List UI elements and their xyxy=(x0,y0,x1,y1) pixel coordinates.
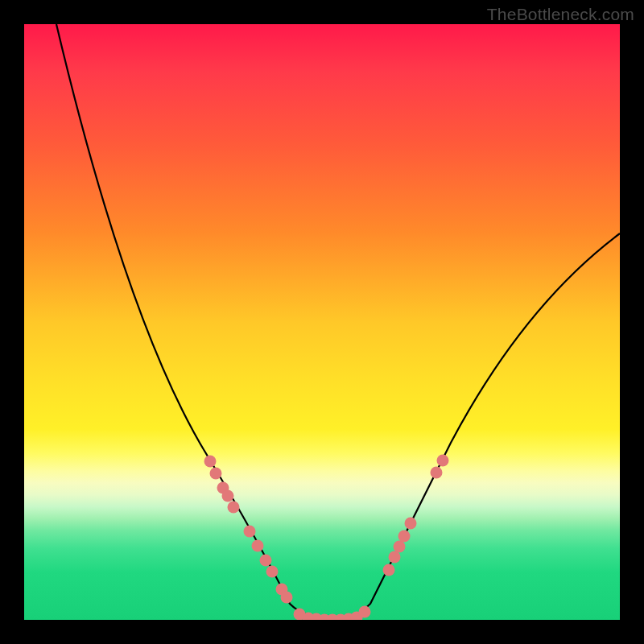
right-ascent-path xyxy=(338,233,620,620)
bottom-point-cluster xyxy=(294,606,371,621)
watermark-text: TheBottleneck.com xyxy=(487,5,634,24)
data-point xyxy=(260,555,272,567)
left-descent-path xyxy=(56,24,338,620)
data-point xyxy=(210,468,222,480)
data-point xyxy=(394,541,406,553)
data-point xyxy=(383,564,395,576)
data-point xyxy=(244,526,256,538)
data-point xyxy=(252,540,264,552)
data-point xyxy=(222,490,234,502)
chart-frame xyxy=(24,24,620,620)
data-point xyxy=(437,455,449,467)
data-point xyxy=(204,456,217,468)
data-point xyxy=(281,592,293,604)
data-point xyxy=(405,518,417,530)
data-point xyxy=(398,530,411,543)
data-point xyxy=(266,566,279,578)
data-point xyxy=(431,467,443,479)
data-point xyxy=(359,606,371,618)
data-point xyxy=(228,502,240,514)
right-point-cluster xyxy=(383,455,449,576)
bottleneck-curve xyxy=(24,24,620,620)
data-point xyxy=(389,551,401,564)
left-point-cluster xyxy=(204,456,293,604)
